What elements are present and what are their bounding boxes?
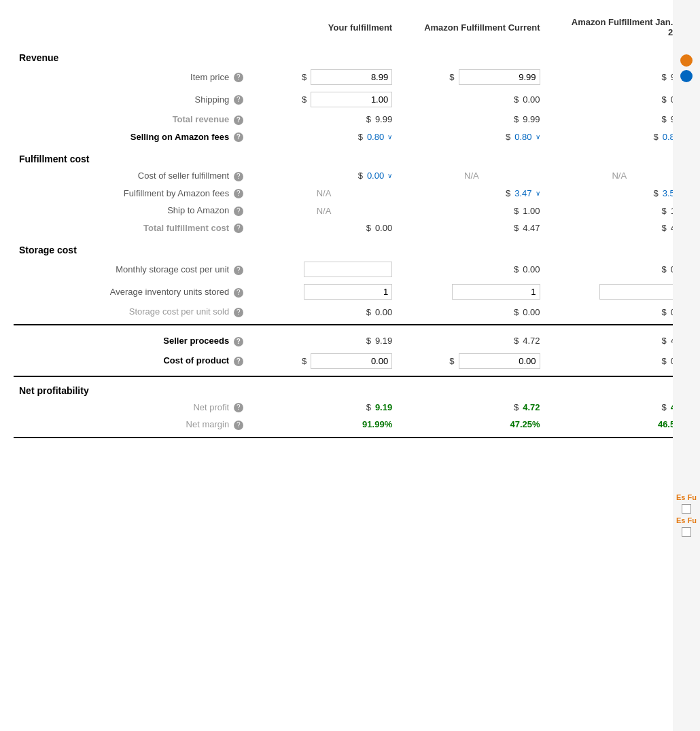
total-fulfillment-info-icon[interactable]: ? bbox=[234, 224, 243, 233]
shipping-row: Shipping ? $ $ 0.00 bbox=[14, 88, 693, 111]
total-revenue-info-icon[interactable]: ? bbox=[234, 115, 243, 125]
monthly-storage-current-cell: $ 0.00 bbox=[398, 258, 545, 281]
selling-fees-label: Selling on Amazon fees ? bbox=[14, 128, 250, 146]
cost-seller-your-cell: $ 0.00 ∨ bbox=[250, 167, 398, 185]
net-profit-your-cell: $ 9.19 bbox=[250, 399, 398, 416]
cost-seller-current-cell: N/A bbox=[398, 167, 545, 185]
avg-inventory-current-input[interactable] bbox=[452, 284, 540, 300]
cost-of-product-current-input[interactable] bbox=[459, 353, 540, 369]
total-revenue-your-cell: $ 9.99 bbox=[250, 111, 398, 128]
avg-inventory-info-icon[interactable]: ? bbox=[234, 288, 243, 298]
monthly-storage-your-input[interactable] bbox=[304, 262, 392, 277]
item-price-info-icon[interactable]: ? bbox=[234, 73, 243, 82]
item-price-row: Item price ? $ $ $ bbox=[14, 66, 693, 88]
net-profit-current-cell: $ 4.72 bbox=[398, 399, 545, 416]
fba-fees-jan-cell: $ 3.54 ∨ bbox=[546, 185, 693, 202]
avg-inventory-label: Average inventory units stored ? bbox=[14, 281, 250, 303]
net-margin-info-icon[interactable]: ? bbox=[234, 421, 243, 430]
side-badge-blue bbox=[680, 70, 693, 82]
fba-fees-info-icon[interactable]: ? bbox=[234, 189, 243, 198]
storage-cost-unit-your-val: 0.00 bbox=[375, 307, 392, 317]
seller-proceeds-jan-cell: $ 4.65 bbox=[546, 332, 693, 350]
monthly-storage-current-val: 0.00 bbox=[523, 264, 540, 274]
cost-seller-label: Cost of seller fulfillment ? bbox=[14, 167, 250, 185]
net-profitability-label: Net profitability bbox=[14, 376, 693, 399]
ship-to-amazon-current-val: 1.00 bbox=[523, 206, 540, 216]
selling-fees-your-link[interactable]: 0.80 bbox=[367, 132, 384, 142]
es-fu-checkbox-2[interactable] bbox=[682, 527, 691, 537]
shipping-your-input[interactable] bbox=[311, 92, 392, 107]
seller-proceeds-current-val: 4.72 bbox=[523, 336, 540, 346]
shipping-label: Shipping ? bbox=[14, 88, 250, 111]
cost-of-product-your-cell: $ bbox=[250, 350, 398, 372]
calculator-table: Your fulfillment Amazon Fulfillment Curr… bbox=[14, 14, 693, 438]
cost-of-product-your-input[interactable] bbox=[311, 353, 392, 369]
net-margin-current-cell: 47.25% bbox=[398, 416, 545, 433]
item-price-your-cell: $ bbox=[250, 66, 398, 88]
ship-to-amazon-your-cell: N/A bbox=[250, 202, 398, 219]
net-profit-row: Net profit ? $ 9.19 $ 4.72 bbox=[14, 399, 693, 416]
fba-fees-current-link[interactable]: 3.47 bbox=[514, 188, 531, 198]
header-row: Your fulfillment Amazon Fulfillment Curr… bbox=[14, 14, 693, 44]
dollar-sign: $ bbox=[449, 72, 454, 82]
cost-seller-info-icon[interactable]: ? bbox=[234, 172, 243, 181]
total-fulfillment-your-val: 0.00 bbox=[375, 223, 392, 233]
seller-proceeds-label: Seller proceeds ? bbox=[14, 332, 250, 350]
monthly-storage-info-icon[interactable]: ? bbox=[234, 266, 243, 275]
monthly-storage-jan-cell: $ 0.00 bbox=[546, 258, 693, 281]
seller-proceeds-info-icon[interactable]: ? bbox=[234, 337, 243, 346]
ship-to-amazon-info-icon[interactable]: ? bbox=[234, 207, 243, 216]
storage-cost-label: Storage cost bbox=[14, 236, 693, 258]
total-fulfillment-current-cell: $ 4.47 bbox=[398, 219, 545, 237]
ship-to-amazon-label: Ship to Amazon ? bbox=[14, 202, 250, 219]
net-profitability-section-header: Net profitability bbox=[14, 376, 693, 399]
label-col-header bbox=[14, 14, 250, 44]
es-fu-checkbox-1[interactable] bbox=[682, 504, 691, 514]
amazon-jan-header: Amazon Fulfillment Jan. 18, 2022 bbox=[546, 14, 693, 44]
net-profit-your-val: 9.19 bbox=[375, 402, 392, 412]
storage-cost-section-header: Storage cost bbox=[14, 236, 693, 258]
avg-inventory-jan-cell bbox=[546, 281, 693, 303]
total-revenue-your-val: 9.99 bbox=[375, 114, 392, 124]
total-fulfillment-label: Total fulfillment cost ? bbox=[14, 219, 250, 237]
monthly-storage-label: Monthly storage cost per unit ? bbox=[14, 258, 250, 281]
selling-fees-your-chevron: ∨ bbox=[387, 133, 392, 141]
shipping-current-val: 0.00 bbox=[523, 94, 540, 105]
seller-proceeds-your-cell: $ 9.19 bbox=[250, 332, 398, 350]
cost-of-product-label: Cost of product ? bbox=[14, 350, 250, 372]
item-price-jan-cell: $ 9.99 bbox=[546, 66, 693, 88]
main-container: Your fulfillment Amazon Fulfillment Curr… bbox=[0, 0, 700, 731]
selling-fees-jan-cell: $ 0.80 ∨ bbox=[546, 128, 693, 146]
fulfillment-cost-label: Fulfillment cost bbox=[14, 145, 693, 167]
monthly-storage-row: Monthly storage cost per unit ? $ 0.00 bbox=[14, 258, 693, 281]
side-badge-orange bbox=[680, 54, 693, 67]
selling-fees-info-icon[interactable]: ? bbox=[234, 132, 243, 142]
fba-fees-row: Fulfillment by Amazon fees ? N/A $ 3.47 … bbox=[14, 185, 693, 202]
storage-cost-unit-jan-cell: $ 0.00 bbox=[546, 303, 693, 321]
net-profit-jan-cell: $ 4.65 bbox=[546, 399, 693, 416]
total-fulfillment-row: Total fulfillment cost ? $ 0.00 $ 4.47 bbox=[14, 219, 693, 237]
net-margin-jan-cell: 46.55% bbox=[546, 416, 693, 433]
storage-cost-unit-current-cell: $ 0.00 bbox=[398, 303, 545, 321]
item-price-current-input[interactable] bbox=[459, 69, 540, 85]
cost-of-product-info-icon[interactable]: ? bbox=[234, 357, 243, 366]
net-profit-info-icon[interactable]: ? bbox=[234, 403, 243, 412]
storage-cost-unit-your-cell: $ 0.00 bbox=[250, 303, 398, 321]
total-revenue-row: Total revenue ? $ 9.99 $ 9.99 bbox=[14, 111, 693, 128]
avg-inventory-your-input[interactable] bbox=[304, 284, 392, 300]
item-price-your-input[interactable] bbox=[311, 69, 392, 85]
cost-seller-row: Cost of seller fulfillment ? $ 0.00 ∨ N/… bbox=[14, 167, 693, 185]
cost-seller-your-link[interactable]: 0.00 bbox=[367, 171, 384, 181]
storage-cost-unit-label: Storage cost per unit sold ? bbox=[14, 303, 250, 321]
total-revenue-current-cell: $ 9.99 bbox=[398, 111, 545, 128]
storage-cost-unit-info-icon[interactable]: ? bbox=[234, 308, 243, 317]
total-fulfillment-jan-cell: $ 4.54 bbox=[546, 219, 693, 237]
shipping-info-icon[interactable]: ? bbox=[234, 95, 243, 105]
cost-of-product-current-cell: $ bbox=[398, 350, 545, 372]
ship-to-amazon-jan-cell: $ 1.00 bbox=[546, 202, 693, 219]
net-margin-current-val: 47.25% bbox=[510, 419, 540, 429]
cost-seller-current-na: N/A bbox=[464, 171, 479, 181]
selling-fees-current-link[interactable]: 0.80 bbox=[514, 132, 531, 142]
net-profit-label: Net profit ? bbox=[14, 399, 250, 416]
fba-fees-your-na: N/A bbox=[317, 188, 332, 198]
